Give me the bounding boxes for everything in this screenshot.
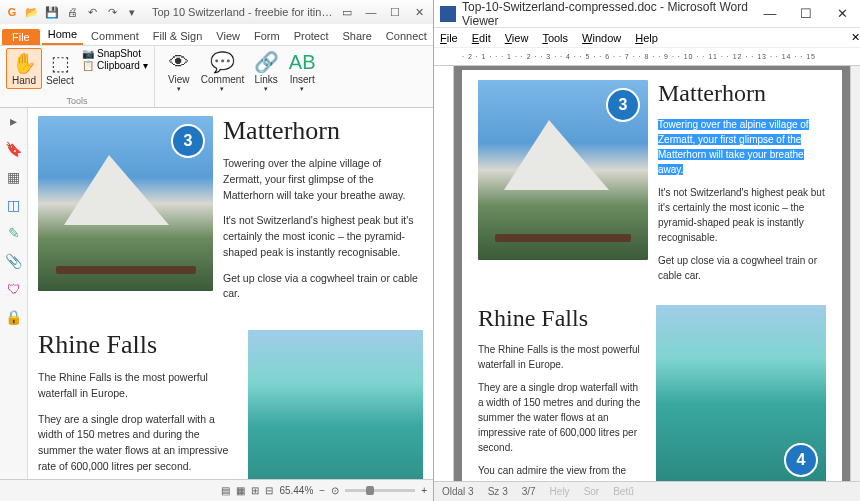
- snapshot-icon: 📷: [82, 48, 94, 59]
- status-bar: ▤ ▦ ⊞ ⊟ 65.44% − ⊙ +: [0, 479, 433, 501]
- section-heading: Rhine Falls: [478, 305, 646, 332]
- matterhorn-image: 3: [38, 116, 213, 291]
- save-icon[interactable]: 💾: [44, 4, 60, 20]
- tab-home[interactable]: Home: [42, 25, 83, 45]
- attachments-icon[interactable]: 📎: [5, 252, 23, 270]
- tab-fill-sign[interactable]: Fill & Sign: [147, 27, 209, 45]
- vertical-scrollbar[interactable]: [850, 66, 860, 481]
- minimize-icon[interactable]: —: [361, 6, 381, 18]
- undo-icon[interactable]: ↶: [84, 4, 100, 20]
- bookmarks-icon[interactable]: 🔖: [5, 140, 23, 158]
- ribbon-group-label: Tools: [66, 96, 87, 107]
- window-title: Top 10 Switzerland - freebie for itinera…: [152, 6, 333, 18]
- word-icon: [440, 6, 456, 22]
- view-button[interactable]: 👁View▾: [161, 48, 197, 95]
- tab-connect[interactable]: Connect: [380, 27, 433, 45]
- horizontal-ruler[interactable]: · 2 · 1 · · · 1 · · 2 · · 3 · · 4 · · 5 …: [434, 48, 860, 66]
- tab-form[interactable]: Form: [248, 27, 286, 45]
- insert-button[interactable]: ABInsert▾: [284, 48, 320, 95]
- menu-bar: File Edit View Tools Window Help ✕: [434, 28, 860, 48]
- close-icon[interactable]: ✕: [409, 6, 429, 19]
- zoom-slider[interactable]: [345, 489, 415, 492]
- tab-share[interactable]: Share: [336, 27, 377, 45]
- snapshot-button[interactable]: 📷SnapShot: [82, 48, 141, 59]
- tab-protect[interactable]: Protect: [288, 27, 335, 45]
- hand-tool-button[interactable]: ✋Hand: [6, 48, 42, 89]
- menu-help[interactable]: Help: [635, 32, 658, 44]
- qat-dropdown-icon[interactable]: ▾: [124, 4, 140, 20]
- document-view[interactable]: 3 Matterhorn Towering over the alpine vi…: [28, 108, 433, 479]
- ribbon-tabs: File Home Comment Fill & Sign View Form …: [0, 24, 433, 46]
- sidebar-toggle-icon[interactable]: ▸: [5, 112, 23, 130]
- security-icon[interactable]: 🛡: [5, 280, 23, 298]
- menu-window[interactable]: Window: [582, 32, 621, 44]
- close-button[interactable]: ✕: [824, 0, 860, 28]
- document-page: 3 Matterhorn Towering over the alpine vi…: [28, 108, 433, 479]
- zoom-out-icon[interactable]: −: [319, 485, 325, 496]
- status-position: Hely: [550, 486, 570, 497]
- zoom-dot-icon[interactable]: ⊙: [331, 485, 339, 496]
- select-icon: ⬚: [51, 51, 70, 75]
- view-mode-icon[interactable]: ▤: [221, 485, 230, 496]
- section-heading: Matterhorn: [658, 80, 826, 107]
- tab-view[interactable]: View: [210, 27, 246, 45]
- maximize-button[interactable]: ☐: [788, 0, 824, 28]
- file-tab[interactable]: File: [2, 29, 40, 45]
- status-page: Oldal 3: [442, 486, 474, 497]
- title-bar: Top-10-Switzerland-compressed.doc - Micr…: [434, 0, 860, 28]
- view-mode-icon[interactable]: ▦: [236, 485, 245, 496]
- signatures-icon[interactable]: 🔒: [5, 308, 23, 326]
- hand-icon: ✋: [12, 51, 37, 75]
- vertical-ruler[interactable]: [434, 66, 454, 481]
- pages-icon[interactable]: ▦: [5, 168, 23, 186]
- minimize-button[interactable]: —: [752, 0, 788, 28]
- view-mode-icon[interactable]: ⊟: [265, 485, 273, 496]
- menu-file[interactable]: File: [440, 32, 458, 44]
- left-sidebar: ▸ 🔖 ▦ ◫ ✎ 📎 🛡 🔒: [0, 108, 28, 479]
- status-column: Betű: [613, 486, 634, 497]
- view-mode-icon[interactable]: ⊞: [251, 485, 259, 496]
- redo-icon[interactable]: ↷: [104, 4, 120, 20]
- matterhorn-image: 3: [478, 80, 648, 260]
- menu-view[interactable]: View: [505, 32, 529, 44]
- quick-access-toolbar: G 📂 💾 🖨 ↶ ↷ ▾ Top 10 Switzerland - freeb…: [0, 0, 433, 24]
- body-text-highlighted[interactable]: Towering over the alpine village of Zerm…: [658, 117, 826, 177]
- word-viewer-window: Top-10-Switzerland-compressed.doc - Micr…: [434, 0, 860, 501]
- open-icon[interactable]: 📂: [24, 4, 40, 20]
- body-text: The Rhine Falls is the most powerful wat…: [38, 370, 238, 402]
- section-heading: Matterhorn: [223, 116, 423, 146]
- insert-icon: AB: [289, 50, 316, 74]
- body-text: The Rhine Falls is the most powerful wat…: [478, 342, 646, 372]
- section-heading: Rhine Falls: [38, 330, 238, 360]
- ribbon: ✋Hand ⬚Select 📷SnapShot 📋Clipboard ▾ Too…: [0, 46, 433, 108]
- comments-icon[interactable]: ✎: [5, 224, 23, 242]
- status-page-count: 3/7: [522, 486, 536, 497]
- links-button[interactable]: 🔗Links▾: [248, 48, 284, 95]
- number-badge: 3: [606, 88, 640, 122]
- body-text: Get up close via a cogwheel train or cab…: [223, 271, 423, 303]
- tab-comment[interactable]: Comment: [85, 27, 145, 45]
- ribbon-minimize-icon[interactable]: ▭: [337, 6, 357, 19]
- status-section: Sz 3: [488, 486, 508, 497]
- document-area[interactable]: 3 Matterhorn Towering over the alpine vi…: [434, 66, 860, 481]
- clipboard-button[interactable]: 📋Clipboard ▾: [82, 60, 148, 71]
- comment-icon: 💬: [210, 50, 235, 74]
- zoom-in-icon[interactable]: +: [421, 485, 427, 496]
- menu-tools[interactable]: Tools: [542, 32, 568, 44]
- body-text: It's not Switzerland's highest peak but …: [223, 213, 423, 260]
- body-text: Get up close via a cogwheel train or cab…: [658, 253, 826, 283]
- body-text: They are a single drop waterfall with a …: [478, 380, 646, 455]
- menu-close-doc-icon[interactable]: ✕: [851, 31, 860, 44]
- print-icon[interactable]: 🖨: [64, 4, 80, 20]
- menu-edit[interactable]: Edit: [472, 32, 491, 44]
- status-line: Sor: [584, 486, 600, 497]
- layers-icon[interactable]: ◫: [5, 196, 23, 214]
- foxit-app-window: G 📂 💾 🖨 ↶ ↷ ▾ Top 10 Switzerland - freeb…: [0, 0, 434, 501]
- window-title: Top-10-Switzerland-compressed.doc - Micr…: [462, 0, 752, 28]
- links-icon: 🔗: [254, 50, 279, 74]
- status-bar: Oldal 3 Sz 3 3/7 Hely Sor Betű: [434, 481, 860, 501]
- rhine-falls-image: 4: [656, 305, 826, 481]
- select-tool-button[interactable]: ⬚Select: [42, 48, 78, 89]
- comment-button[interactable]: 💬Comment▾: [197, 48, 248, 95]
- maximize-icon[interactable]: ☐: [385, 6, 405, 19]
